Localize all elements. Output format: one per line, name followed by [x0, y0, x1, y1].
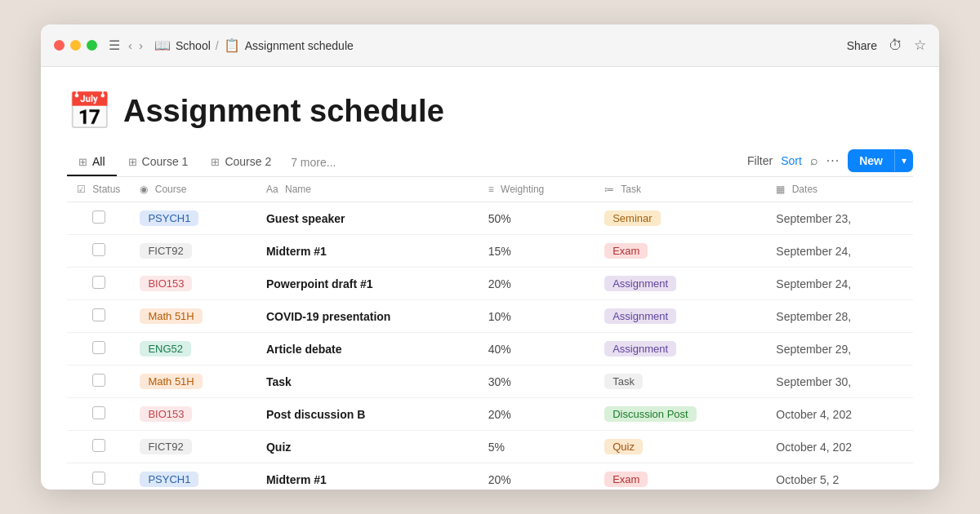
name-cell: Article debate — [256, 333, 479, 366]
table-row[interactable]: BIO153 Post discussion B 20% Discussion … — [67, 398, 913, 431]
course-tag: BIO153 — [140, 406, 192, 422]
table-row[interactable]: PSYCH1 Midterm #1 20% Exam October 5, 2 — [67, 463, 913, 490]
status-cell[interactable] — [67, 300, 130, 333]
course-cell: PSYCH1 — [130, 202, 256, 235]
checkbox[interactable] — [92, 243, 105, 256]
table-row[interactable]: Math 51H Task 30% Task September 30, — [67, 366, 913, 398]
status-cell[interactable] — [67, 398, 130, 431]
course-tag: FICT92 — [140, 439, 191, 454]
date-cell: September 24, — [766, 268, 913, 300]
close-button[interactable] — [54, 40, 65, 51]
checkbox[interactable] — [92, 439, 105, 452]
menu-icon[interactable]: ☰ — [109, 38, 120, 53]
checkbox[interactable] — [92, 210, 105, 224]
course-cell: FICT92 — [130, 431, 256, 463]
back-button[interactable]: ‹ — [128, 38, 132, 52]
task-tag: Assignment — [604, 276, 676, 291]
status-cell[interactable] — [67, 366, 130, 398]
status-cell[interactable] — [67, 431, 130, 463]
new-button[interactable]: New — [848, 149, 894, 172]
col-dates: ▦ Dates — [766, 177, 913, 202]
name-cell: Quiz — [256, 431, 479, 463]
page-icon: 📅 — [67, 90, 112, 132]
tab-all[interactable]: ⊞ All — [67, 148, 117, 176]
date-cell: October 5, 2 — [766, 463, 913, 490]
status-cell[interactable] — [67, 268, 130, 300]
table-row[interactable]: FICT92 Midterm #1 15% Exam September 24, — [67, 235, 913, 268]
name-cell: Midterm #1 — [256, 235, 479, 268]
checkbox[interactable] — [92, 374, 105, 387]
date-cell: October 4, 202 — [766, 398, 913, 431]
checkbox[interactable] — [92, 276, 105, 289]
breadcrumb-page[interactable]: Assignment schedule — [245, 39, 354, 52]
sort-button[interactable]: Sort — [781, 154, 802, 167]
weighting-col-icon: ≡ — [488, 184, 494, 195]
minimize-button[interactable] — [70, 40, 81, 51]
course-tag: Math 51H — [140, 308, 202, 324]
task-tag: Discussion Post — [604, 406, 696, 422]
task-cell: Seminar — [595, 202, 766, 235]
fullscreen-button[interactable] — [87, 40, 97, 51]
checkbox[interactable] — [92, 308, 105, 321]
tab-course2[interactable]: ⊞ Course 2 — [199, 148, 283, 176]
share-button[interactable]: Share — [847, 39, 877, 52]
weighting-cell: 10% — [479, 300, 595, 333]
app-window: ☰ ‹ › 📖 School / 📋 Assignment schedule S… — [41, 24, 939, 490]
course-tag: FICT92 — [140, 243, 191, 259]
table-row[interactable]: FICT92 Quiz 5% Quiz October 4, 202 — [67, 431, 913, 463]
table-header-row: ☑ Status ◉ Course Aa Name ≡ — [67, 177, 913, 202]
table-row[interactable]: ENG52 Article debate 40% Assignment Sept… — [67, 333, 913, 366]
course-tag: ENG52 — [140, 341, 191, 357]
course-cell: BIO153 — [130, 398, 256, 431]
status-cell[interactable] — [67, 333, 130, 366]
breadcrumb-school[interactable]: School — [176, 39, 211, 52]
weighting-cell: 5% — [479, 431, 595, 463]
name-col-icon: Aa — [266, 184, 278, 195]
name-cell: Task — [256, 366, 479, 398]
task-cell: Assignment — [595, 268, 766, 300]
status-cell[interactable] — [67, 235, 130, 268]
col-name: Aa Name — [256, 177, 479, 202]
course-cell: FICT92 — [130, 235, 256, 268]
checkbox[interactable] — [92, 341, 105, 354]
page-title: Assignment schedule — [123, 94, 444, 129]
new-button-arrow[interactable]: ▾ — [894, 150, 913, 171]
search-button[interactable]: ⌕ — [810, 153, 818, 168]
col-task: ≔ Task — [595, 177, 766, 202]
tab-course1[interactable]: ⊞ Course 1 — [117, 148, 200, 176]
checkbox[interactable] — [92, 406, 105, 419]
assignments-table: ☑ Status ◉ Course Aa Name ≡ — [67, 177, 913, 490]
task-cell: Task — [595, 366, 766, 398]
tab-course2-icon: ⊞ — [211, 156, 220, 168]
weighting-cell: 20% — [479, 268, 595, 300]
date-cell: September 24, — [766, 235, 913, 268]
table-row[interactable]: Math 51H COVID-19 presentation 10% Assig… — [67, 300, 913, 333]
clock-icon[interactable]: ⏱ — [889, 38, 902, 54]
star-icon[interactable]: ☆ — [914, 37, 926, 54]
status-cell[interactable] — [67, 202, 130, 235]
nav-arrows: ‹ › — [128, 38, 143, 52]
school-icon: 📖 — [154, 38, 171, 53]
forward-button[interactable]: › — [139, 38, 143, 52]
more-options-button[interactable]: ··· — [826, 153, 840, 168]
status-cell[interactable] — [67, 463, 130, 490]
course-cell: Math 51H — [130, 300, 256, 333]
col-weighting: ≡ Weighting — [479, 177, 595, 202]
weighting-cell: 15% — [479, 235, 595, 268]
tabs-more-button[interactable]: 7 more... — [283, 149, 344, 175]
weighting-cell: 20% — [479, 463, 595, 490]
task-cell: Quiz — [595, 431, 766, 463]
tab-course1-icon: ⊞ — [128, 156, 137, 168]
checkbox[interactable] — [92, 472, 105, 485]
task-cell: Exam — [595, 463, 766, 490]
tabs-row: ⊞ All ⊞ Course 1 ⊞ Course 2 7 more... Fi… — [67, 148, 913, 177]
task-tag: Exam — [604, 243, 648, 259]
task-cell: Discussion Post — [595, 398, 766, 431]
name-cell: COVID-19 presentation — [256, 300, 479, 333]
tabs-actions: Filter Sort ⌕ ··· New ▾ — [747, 149, 913, 175]
filter-button[interactable]: Filter — [747, 154, 773, 167]
table-row[interactable]: BIO153 Powerpoint draft #1 20% Assignmen… — [67, 268, 913, 300]
name-cell: Guest speaker — [256, 202, 479, 235]
table-row[interactable]: PSYCH1 Guest speaker 50% Seminar Septemb… — [67, 202, 913, 235]
task-cell: Exam — [595, 235, 766, 268]
